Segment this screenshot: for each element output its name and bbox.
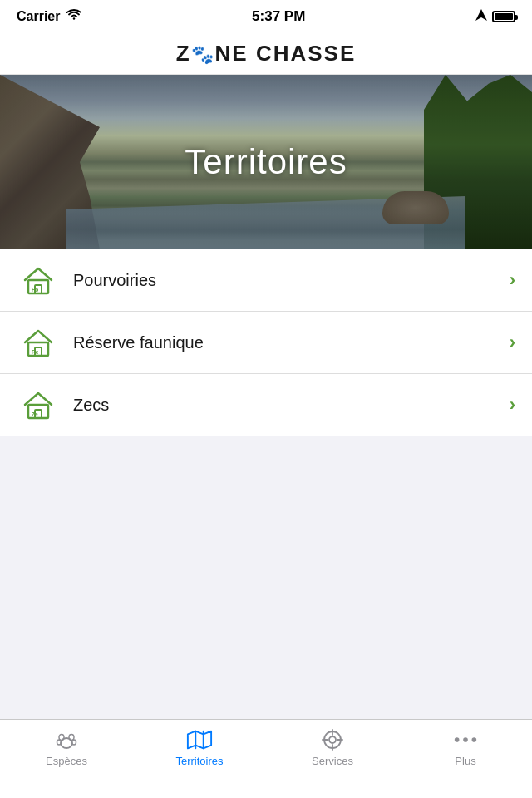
services-icon (319, 728, 346, 751)
title-ne-chasse: NE CHASSE (215, 41, 357, 66)
reserve-label: Réserve faunique (73, 333, 510, 352)
menu-item-zecs[interactable]: Ze Zecs › (0, 374, 532, 436)
services-tab-label: Services (312, 755, 353, 767)
app-title: Z🐾NE CHASSE (176, 41, 357, 66)
svg-point-21 (455, 737, 460, 742)
hero-title: Territoires (0, 75, 532, 249)
especes-icon (53, 728, 80, 751)
app-header: Z🐾NE CHASSE (0, 33, 532, 75)
status-bar: Carrier 5:37 PM (0, 0, 532, 33)
svg-text:Ze: Ze (32, 411, 38, 417)
reserve-icon: Re (17, 321, 60, 364)
svg-text:Po: Po (32, 287, 38, 293)
status-left: Carrier (17, 9, 81, 24)
content-area (0, 436, 532, 719)
territoires-tab-label: Territoires (175, 755, 223, 767)
tab-plus[interactable]: Plus (399, 728, 532, 767)
menu-list: Po Pourvoiries › Re Réserve faunique › Z… (0, 249, 532, 436)
menu-item-pourvoiries[interactable]: Po Pourvoiries › (0, 249, 532, 312)
wifi-icon (66, 9, 81, 24)
pourvoiries-chevron: › (510, 269, 515, 291)
tab-bar: Espèces Territoires Servi (0, 719, 532, 798)
battery-icon (492, 11, 515, 22)
title-z: Z (176, 41, 191, 66)
location-icon (475, 9, 487, 24)
svg-point-22 (463, 737, 468, 742)
pourvoiries-label: Pourvoiries (73, 271, 510, 290)
zecs-icon: Ze (17, 383, 60, 426)
svg-point-23 (472, 737, 477, 742)
svg-text:Re: Re (32, 349, 39, 355)
tab-services[interactable]: Services (266, 728, 399, 767)
carrier-label: Carrier (17, 9, 60, 24)
hero-banner: Territoires (0, 75, 532, 249)
svg-point-14 (72, 740, 76, 745)
especes-tab-label: Espèces (46, 755, 87, 767)
zecs-label: Zecs (73, 396, 510, 415)
time-display: 5:37 PM (252, 8, 305, 25)
svg-marker-0 (475, 9, 487, 21)
paw-icon: 🐾 (191, 44, 215, 66)
plus-icon (452, 728, 479, 751)
menu-item-reserve[interactable]: Re Réserve faunique › (0, 312, 532, 374)
zecs-chevron: › (510, 394, 515, 416)
reserve-chevron: › (510, 332, 515, 353)
status-right (475, 9, 515, 24)
svg-point-16 (329, 736, 336, 743)
plus-tab-label: Plus (455, 755, 475, 767)
pourvoiries-icon: Po (17, 259, 60, 302)
territoires-icon (186, 728, 213, 751)
tab-especes[interactable]: Espèces (0, 728, 133, 767)
tab-territoires[interactable]: Territoires (133, 728, 266, 767)
svg-point-13 (57, 740, 62, 745)
